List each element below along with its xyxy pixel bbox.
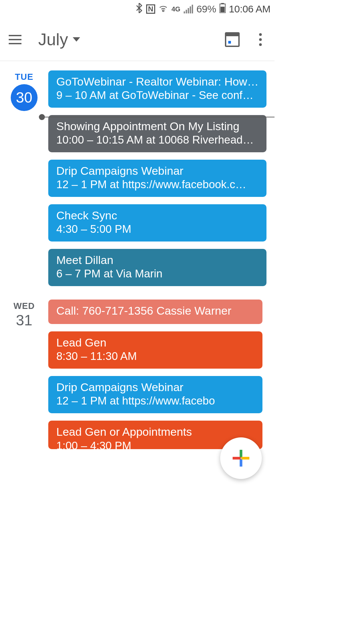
network-type-label: 4G: [171, 5, 180, 13]
day-of-week-label: TUE: [15, 72, 34, 82]
event-time: 8:30 – 11:30 AM: [56, 350, 254, 363]
svg-rect-1: [221, 3, 224, 4]
more-vert-icon: [259, 33, 262, 36]
month-dropdown[interactable]: July: [38, 30, 80, 49]
event-title: Meet Dillan: [56, 254, 258, 267]
day-number: 30: [11, 84, 38, 111]
calendar-icon: [225, 32, 240, 47]
battery-percentage: 69%: [196, 3, 216, 15]
now-dot-icon: [39, 114, 45, 120]
events-column: GoToWebinar - Realtor Webinar: How… 9 – …: [48, 70, 275, 286]
event-title: Lead Gen: [56, 336, 254, 349]
event-time: 4:30 – 5:00 PM: [56, 223, 258, 235]
event-time: 9 – 10 AM at GoToWebinar - See conf…: [56, 89, 258, 102]
event-time: 12 – 1 PM at https://www.facebook.c…: [56, 178, 258, 191]
signal-icon: [184, 5, 193, 13]
overflow-menu-button[interactable]: [253, 32, 268, 47]
event-time: 12 – 1 PM at https://www.facebo: [56, 394, 254, 407]
day-section-tue: TUE 30 GoToWebinar - Realtor Webinar: Ho…: [0, 70, 275, 286]
day-header[interactable]: TUE 30: [0, 70, 48, 286]
event-title: Drip Campaigns Webinar: [56, 164, 258, 177]
day-of-week-label: WED: [13, 301, 35, 311]
event-time: 6 – 7 PM at Via Marin: [56, 267, 258, 280]
day-section-wed: WED 31 Call: 760-717-1356 Cassie Warner …: [0, 300, 275, 449]
menu-button[interactable]: [5, 29, 25, 50]
svg-rect-2: [221, 6, 225, 12]
event-card[interactable]: Drip Campaigns Webinar 12 – 1 PM at http…: [48, 160, 266, 197]
event-card[interactable]: Drip Campaigns Webinar 12 – 1 PM at http…: [48, 376, 262, 413]
hamburger-icon: [9, 35, 21, 36]
event-title: Check Sync: [56, 209, 258, 222]
wifi-icon: [159, 3, 168, 15]
schedule-list[interactable]: TUE 30 GoToWebinar - Realtor Webinar: Ho…: [0, 61, 275, 449]
event-card[interactable]: Showing Appointment On My Listing 10:00 …: [48, 115, 266, 152]
status-bar: N 4G 69% 10:06 AM: [0, 0, 275, 18]
plus-icon: [233, 450, 249, 467]
event-card[interactable]: Lead Gen 8:30 – 11:30 AM: [48, 331, 262, 369]
event-card[interactable]: Call: 760-717-1356 Cassie Warner: [48, 300, 262, 324]
event-title: Call: 760-717-1356 Cassie Warner: [56, 304, 254, 317]
day-number: 31: [16, 312, 33, 329]
event-title: Showing Appointment On My Listing: [56, 120, 258, 133]
event-time: 10:00 – 10:15 AM at 10068 Riverhead…: [56, 133, 258, 146]
event-card[interactable]: GoToWebinar - Realtor Webinar: How… 9 – …: [48, 70, 266, 108]
event-title: Drip Campaigns Webinar: [56, 381, 254, 394]
month-label: July: [38, 30, 68, 49]
bluetooth-icon: [135, 3, 143, 15]
battery-icon: [220, 3, 226, 15]
now-indicator: [45, 117, 275, 117]
event-card[interactable]: Meet Dillan 6 – 7 PM at Via Marin: [48, 249, 266, 286]
app-bar: July: [0, 18, 275, 61]
event-title: Lead Gen or Appointments: [56, 425, 254, 438]
clock-time: 10:06 AM: [229, 3, 270, 15]
day-header[interactable]: WED 31: [0, 300, 48, 449]
create-event-fab[interactable]: [220, 437, 262, 479]
event-title: GoToWebinar - Realtor Webinar: How…: [56, 75, 258, 88]
chevron-down-icon: [73, 37, 80, 42]
events-column: Call: 760-717-1356 Cassie Warner Lead Ge…: [48, 300, 275, 449]
nfc-icon: N: [146, 4, 156, 14]
today-button[interactable]: [225, 32, 240, 47]
event-card[interactable]: Check Sync 4:30 – 5:00 PM: [48, 204, 266, 241]
